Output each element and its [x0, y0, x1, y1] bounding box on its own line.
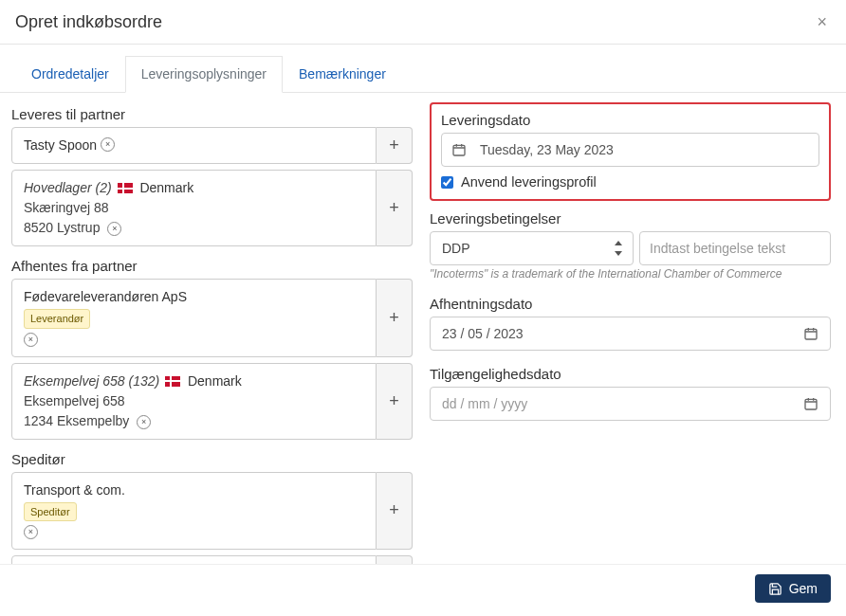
clear-icon[interactable]: × [101, 137, 115, 152]
incoterms-hint: "Incoterms" is a trademark of the Intern… [430, 267, 831, 281]
forwarder-tag: Speditør [24, 502, 77, 522]
pickup-partner-name: Fødevareleverandøren ApS [24, 287, 364, 307]
add-pickup-partner-button[interactable]: + [377, 279, 413, 357]
close-icon[interactable]: × [813, 11, 831, 32]
pickup-from-label: Afhentes fra partner [11, 258, 413, 274]
delivery-date-label: Leveringsdato [441, 112, 819, 128]
pickup-date-label: Afhentningsdato [430, 296, 831, 312]
modal-header: Opret indkøbsordre × [0, 0, 846, 45]
add-pickup-location-button[interactable]: + [377, 363, 413, 440]
save-icon [768, 582, 782, 596]
pickup-date-input[interactable]: 23 / 05 / 2023 [430, 317, 831, 351]
right-column: Leveringsdato Tuesday, 23 May 2023 Anven… [430, 102, 831, 554]
location-title-line: Eksempelvej 658 (132) Denmark [24, 371, 364, 391]
pickup-location-row: Eksempelvej 658 (132) Denmark Eksempelve… [11, 363, 413, 440]
deliver-to-label: Leveres til partner [11, 106, 413, 122]
clear-icon[interactable]: × [137, 415, 151, 429]
forwarder-location-row: Hovedkontor (179) Denmark Eksempelvej 35… [11, 555, 413, 564]
pickup-partner-row: Fødevareleverandøren ApS Leverandør × + [11, 279, 413, 357]
pickup-addr1: Eksempelvej 658 [24, 391, 364, 411]
calendar-icon [803, 326, 818, 341]
deliver-to-country: Denmark [139, 180, 193, 195]
left-column: Leveres til partner Tasty Spoon × + Hove… [11, 102, 413, 554]
modal-title: Opret indkøbsordre [15, 12, 162, 32]
add-deliver-partner-button[interactable]: + [377, 127, 413, 164]
tab-order-details[interactable]: Ordredetaljer [15, 56, 125, 92]
add-forwarder-partner-button[interactable]: + [377, 472, 413, 551]
delivery-date-highlight: Leveringsdato Tuesday, 23 May 2023 Anven… [430, 102, 831, 201]
clear-icon[interactable]: × [24, 525, 38, 539]
delivery-date-value: Tuesday, 23 May 2023 [480, 142, 809, 157]
supplier-tag: Leverandør [24, 309, 90, 329]
content-area: Leveres til partner Tasty Spoon × + Hove… [0, 93, 846, 564]
save-button[interactable]: Gem [755, 574, 831, 603]
deliver-to-location-card[interactable]: Hovedlager (2) Denmark Skæringvej 88 852… [11, 170, 377, 246]
use-delivery-profile-row[interactable]: Anvend leveringsprofil [441, 174, 819, 190]
calendar-icon [451, 142, 467, 157]
delivery-date-input[interactable]: Tuesday, 23 May 2023 [441, 133, 819, 167]
calendar-icon [803, 396, 818, 411]
forwarder-partner-card[interactable]: Transport & com. Speditør × [11, 472, 377, 551]
deliver-to-addr2-line: 8520 Lystrup × [24, 218, 364, 238]
save-button-label: Gem [789, 581, 818, 596]
pickup-partner-card[interactable]: Fødevareleverandøren ApS Leverandør × [11, 279, 377, 357]
deliver-to-location-title: Hovedlager (2) [24, 180, 112, 195]
pickup-addr2: 1234 Eksempelby [24, 413, 129, 428]
availability-date-placeholder: dd / mm / yyyy [442, 396, 527, 411]
pickup-location-title: Eksempelvej 658 (132) [24, 373, 159, 389]
modal-footer: Gem [0, 564, 846, 616]
add-deliver-location-button[interactable]: + [377, 170, 413, 246]
forwarder-partner-name: Transport & com. [24, 480, 364, 500]
denmark-flag-icon [165, 376, 180, 387]
delivery-terms-select[interactable]: DDP [430, 231, 634, 265]
delivery-terms-value: DDP [442, 241, 470, 256]
deliver-to-partner-row: Tasty Spoon × + [11, 127, 413, 164]
svg-rect-2 [805, 399, 817, 409]
svg-rect-0 [453, 145, 465, 155]
pickup-location-card[interactable]: Eksempelvej 658 (132) Denmark Eksempelve… [11, 363, 377, 440]
delivery-terms-label: Leveringsbetingelser [430, 210, 831, 226]
availability-date-label: Tilgængelighedsdato [430, 366, 831, 382]
tabs: Ordredetaljer Leveringsoplysninger Bemær… [0, 56, 846, 93]
tab-delivery-info[interactable]: Leveringsoplysninger [125, 56, 283, 93]
forwarder-partner-row: Transport & com. Speditør × + [11, 472, 413, 551]
location-title-line: Hovedlager (2) Denmark [24, 178, 364, 198]
pickup-country: Denmark [188, 373, 242, 389]
deliver-to-partner-card[interactable]: Tasty Spoon × [11, 127, 377, 164]
forwarder-location-card[interactable]: Hovedkontor (179) Denmark Eksempelvej 35… [11, 555, 377, 564]
svg-rect-1 [805, 329, 817, 339]
pickup-date-value: 23 / 05 / 2023 [442, 326, 524, 341]
use-delivery-profile-checkbox[interactable] [441, 176, 453, 189]
pickup-addr2-line: 1234 Eksempelby × [24, 411, 364, 431]
use-delivery-profile-label: Anvend leveringsprofil [461, 174, 597, 190]
deliver-to-addr2: 8520 Lystrup [24, 220, 100, 235]
delivery-terms-placeholder: Indtast betingelse tekst [650, 241, 785, 256]
deliver-to-addr1: Skæringvej 88 [24, 198, 364, 218]
add-forwarder-location-button[interactable]: + [377, 555, 413, 564]
tab-remarks[interactable]: Bemærkninger [283, 56, 402, 92]
delivery-terms-row: DDP Indtast betingelse tekst [430, 231, 831, 265]
clear-icon[interactable]: × [107, 222, 121, 236]
deliver-to-location-row: Hovedlager (2) Denmark Skæringvej 88 852… [11, 170, 413, 246]
denmark-flag-icon [118, 183, 133, 193]
deliver-to-partner-name: Tasty Spoon [24, 136, 97, 155]
select-updown-icon [612, 240, 625, 257]
clear-icon[interactable]: × [24, 333, 38, 347]
delivery-terms-text-input[interactable]: Indtast betingelse tekst [639, 231, 831, 265]
forwarder-label: Speditør [11, 451, 413, 467]
availability-date-input[interactable]: dd / mm / yyyy [430, 387, 831, 421]
